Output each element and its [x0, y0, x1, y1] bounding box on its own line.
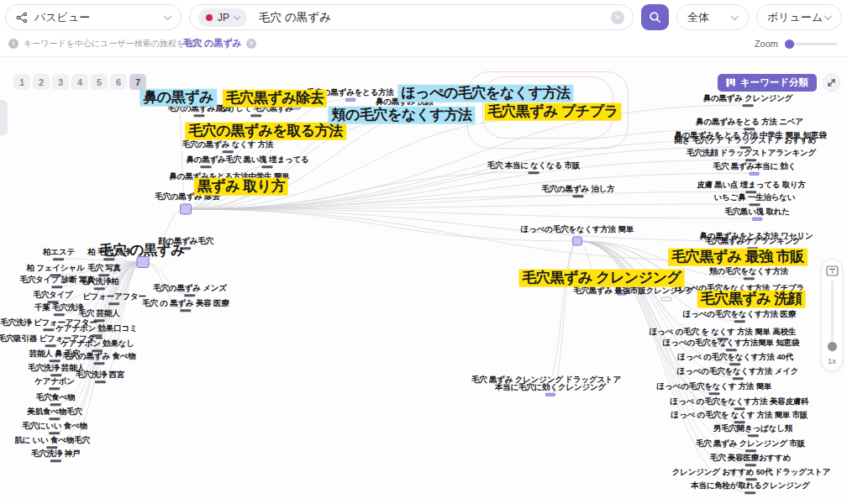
- keyword-label-text: 毛穴 美容医療おすすめ: [710, 454, 791, 462]
- keyword-label[interactable]: ほっぺ の毛穴を なくす 方法 簡単 市販: [671, 411, 808, 423]
- keyword-label[interactable]: 鼻の黒ずみ: [139, 89, 217, 107]
- keyword-label[interactable]: 毛穴 黒い塊 埋まってる: [226, 155, 309, 168]
- keyword-label[interactable]: 毛穴の黒ずみ メンズ: [153, 284, 226, 297]
- keyword-node[interactable]: [572, 237, 582, 246]
- keyword-label[interactable]: 毛穴黒ずみ プチプラ: [484, 103, 621, 121]
- sidebar-collapse-handle[interactable]: [0, 100, 8, 135]
- keyword-label-text: 鼻の黒ずみ: [139, 89, 217, 107]
- keyword-node-mark: [345, 98, 355, 102]
- sort-select[interactable]: ボリューム: [756, 4, 842, 30]
- keyword-label[interactable]: 毛穴黒ずみ 洗顔: [697, 291, 806, 308]
- keyword-label[interactable]: 毛穴黒い塊 取れた: [724, 207, 790, 221]
- keyword-label[interactable]: ビフォーアフター: [82, 292, 146, 305]
- clear-search-icon[interactable]: ✕: [611, 11, 624, 24]
- keyword-label[interactable]: 頬の毛穴をなくす方法: [329, 107, 476, 124]
- keyword-label[interactable]: 男毛穴開きっぱなし頬: [713, 424, 792, 437]
- keyword-label[interactable]: ほっぺ の毛穴をなくす方法 美容皮膚科: [671, 397, 809, 410]
- keyword-label[interactable]: ほっぺの毛穴をなくす方法簡単 知恵袋: [663, 339, 799, 351]
- keyword-node-mark: [109, 303, 120, 306]
- country-select[interactable]: JP: [198, 8, 247, 27]
- keyword-label[interactable]: 美肌食べ物毛穴: [27, 407, 82, 420]
- keyword-label[interactable]: 毛穴黒ずみ クレンジング: [519, 270, 685, 287]
- page-button-7[interactable]: 7: [129, 74, 146, 90]
- keyword-label[interactable]: 肌に いい 食べ物毛穴: [14, 436, 89, 449]
- keyword-label[interactable]: 毛穴の黒ずみ なくす 方法: [182, 140, 274, 153]
- keyword-label[interactable]: 本当に角栓が取れるクレンジング: [691, 481, 810, 494]
- keyword-label[interactable]: 千葉 毛穴洗浄: [34, 303, 83, 316]
- keyword-label[interactable]: ほっぺの毛穴をなくす方法: [397, 85, 573, 102]
- search-box[interactable]: JP ✕: [189, 4, 634, 30]
- keyword-label[interactable]: 毛穴にいい 食べ物: [22, 422, 87, 434]
- keyword-label[interactable]: 毛穴の黒ずみを取る方法: [185, 123, 346, 140]
- keyword-node-mark: [50, 460, 61, 463]
- canvas-zoom-slider[interactable]: [831, 281, 834, 352]
- keyword-label[interactable]: 頬の毛穴をなくす方法: [709, 267, 788, 280]
- active-keyword-tag[interactable]: 毛穴 の黒ずみ ✕: [183, 37, 256, 50]
- keyword-label[interactable]: 鼻の黒ずみ: [186, 155, 225, 168]
- page-button-6[interactable]: 6: [110, 74, 127, 90]
- page-button-1[interactable]: 1: [13, 74, 30, 90]
- keyword-label[interactable]: ほっぺの毛穴をなくす方法 医療: [683, 310, 796, 323]
- page-button-5[interactable]: 5: [91, 74, 108, 90]
- fit-view-icon[interactable]: [826, 265, 839, 276]
- keyword-label[interactable]: 毛穴 美容医療おすすめ: [710, 454, 791, 466]
- keyword-label[interactable]: 毛穴洗浄柏: [80, 277, 119, 290]
- keyword-label-text: 頬の毛穴をなくす方法: [709, 267, 788, 276]
- page-button-2[interactable]: 2: [33, 74, 50, 90]
- keyword-label[interactable]: 毛穴黒ずみ除去: [223, 90, 327, 108]
- scope-select[interactable]: 全体: [676, 4, 749, 30]
- keyword-label[interactable]: 毛穴 の黒ずみ: [99, 242, 184, 257]
- keyword-node-mark: [50, 388, 60, 391]
- columns-icon: [726, 78, 735, 87]
- keyword-label[interactable]: 鼻の黒ずみをとる 方法 ニベア: [696, 118, 803, 130]
- chevron-down-icon: [164, 12, 172, 20]
- keyword-label[interactable]: 黒ずみ 取り方: [194, 178, 288, 196]
- zoom-slider[interactable]: [786, 43, 837, 45]
- view-mode-label: パスビュー: [34, 10, 90, 25]
- keyword-label-text: ほっぺ の毛穴 を なくす 方法 簡単 高校生: [650, 328, 797, 336]
- keyword-label[interactable]: 毛穴 黒ずみ本当に 効く: [713, 162, 797, 176]
- keyword-label[interactable]: 毛穴洗浄 神戸: [31, 449, 80, 462]
- keyword-label[interactable]: 毛穴洗浄 西宮: [76, 370, 124, 383]
- keyword-label[interactable]: 毛穴黒ずみ 最強 市販: [668, 249, 808, 266]
- keyword-node[interactable]: [661, 297, 672, 302]
- edge: [550, 241, 577, 394]
- keyword-label-text: 毛穴食べ物: [36, 393, 76, 402]
- canvas-zoom-knob[interactable]: [828, 342, 837, 351]
- keyword-node-mark: [752, 218, 762, 221]
- zoom-slider-knob[interactable]: [785, 39, 794, 49]
- keyword-label[interactable]: ほっぺの毛穴をなくす方法 メイク: [677, 367, 798, 380]
- search-button[interactable]: [641, 4, 669, 30]
- remove-tag-icon[interactable]: ✕: [246, 39, 256, 49]
- keyword-node-mark: [744, 492, 755, 495]
- search-input[interactable]: [257, 10, 601, 24]
- keyword-label[interactable]: 毛穴食べ物: [36, 393, 76, 406]
- keyword-label-text: ほっぺの毛穴をなくす方法 簡単: [521, 225, 634, 234]
- keyword-node-mark: [725, 349, 736, 352]
- keyword-classify-button[interactable]: キーワード分類: [718, 74, 817, 92]
- keyword-label[interactable]: いちご鼻 一生治らない: [714, 193, 796, 206]
- keyword-node-mark: [52, 286, 63, 289]
- keyword-label[interactable]: 毛穴 黒ずみ クレンジング 市販: [696, 439, 805, 452]
- fullscreen-toggle-button[interactable]: [823, 74, 840, 92]
- keyword-label[interactable]: 本当に毛穴に効くクレンジング: [495, 383, 606, 396]
- keyword-node[interactable]: [180, 204, 192, 215]
- keyword-label[interactable]: 毛穴 の 黒ずみ 美容 医療: [142, 299, 229, 312]
- keyword-label[interactable]: ほっぺの毛穴をなくす 方法 簡単: [657, 382, 772, 395]
- keyword-label[interactable]: ほっぺの毛穴をなくす方法 簡単: [521, 225, 634, 234]
- page-button-3[interactable]: 3: [52, 74, 69, 90]
- keyword-label-text: 毛穴洗浄 西宮: [76, 370, 124, 379]
- keyword-node[interactable]: [137, 256, 150, 268]
- keyword-label[interactable]: クレンジング おすすめ 50代 ドラッグストア: [672, 468, 831, 480]
- keyword-label[interactable]: 毛穴の黒ずみ 治し方: [541, 185, 614, 197]
- page-button-4[interactable]: 4: [71, 74, 88, 90]
- keyword-label[interactable]: 毛穴 本当に なくなる 市販: [487, 161, 581, 174]
- keyword-label[interactable]: 鼻の黒ずみ クレンジング: [703, 94, 793, 107]
- keyword-label[interactable]: 柏エステ: [43, 248, 75, 260]
- keyword-label[interactable]: 毛穴洗顔 ドラッグストアランキング: [687, 149, 816, 161]
- view-mode-select[interactable]: パスビュー: [5, 4, 182, 30]
- keyword-label[interactable]: ほっぺ の毛穴をなくす方法 40代: [677, 353, 793, 365]
- keyword-label-text: 鼻の黒ずみ: [186, 155, 225, 164]
- keyword-label[interactable]: ケアナボン: [34, 377, 75, 390]
- keyword-label-text: ケアナボン 効果なし: [60, 339, 134, 348]
